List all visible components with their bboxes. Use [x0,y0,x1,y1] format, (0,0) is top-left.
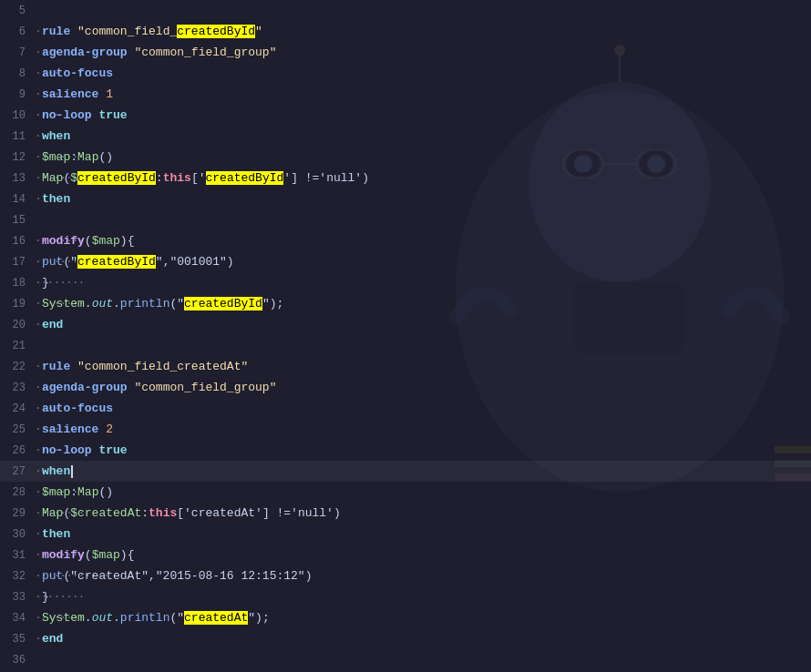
line-number-6: 6 [0,25,35,38]
line-number-18: 18 [0,277,35,290]
line-19: 19 ········ System.out.println("createdB… [0,293,811,314]
line-24: 24 ···· auto-focus [0,398,811,419]
line-number-10: 10 [0,109,35,122]
line-number-25: 25 [0,423,35,436]
line-number-27: 27 [0,465,35,478]
line-20: 20 ···· end [0,314,811,335]
line-22: 22 · rule "common_field_createdAt" [0,356,811,377]
line-number-31: 31 [0,549,35,562]
line-18: 18 ········ } [0,272,811,293]
line-number-13: 13 [0,172,35,185]
line-number-35: 35 [0,633,35,646]
line-32: 32 ············ put("createdAt","2015-08… [0,565,811,586]
line-13: 13 ········ Map($createdById:this['creat… [0,168,811,188]
line-11: 11 ···· when [0,126,811,147]
line-9: 9 ···· salience 1 [0,84,811,105]
line-30: 30 ···· then [0,524,811,545]
line-number-8: 8 [0,67,35,80]
line-number-7: 7 [0,46,35,59]
line-12: 12 ········ $map:Map() [0,147,811,168]
line-36: 36 [0,649,811,670]
line-number-28: 28 [0,486,35,499]
line-number-15: 15 [0,214,35,227]
line-5: 5 [0,0,811,21]
line-14: 14 ···· then [0,188,811,209]
line-34: 34 ········ System.out.println("createdA… [0,607,811,628]
line-number-20: 20 [0,319,35,331]
line-number-36: 36 [0,654,35,667]
line-number-30: 30 [0,528,35,541]
line-35: 35 ···· end [0,628,811,649]
line-31: 31 ········ modify($map){ [0,545,811,565]
line-number-17: 17 [0,256,35,269]
line-23: 23 ···· agenda-group "common_field_group… [0,377,811,398]
line-number-22: 22 [0,361,35,373]
line-26: 26 ···· no-loop true [0,440,811,461]
line-number-21: 21 [0,340,35,352]
line-15: 15 [0,209,811,230]
line-21: 21 [0,335,811,356]
line-33: 33 ········ } [0,586,811,607]
line-7: 7 ···· agenda-group "common_field_group" [0,42,811,63]
line-16: 16 ········ modify($map){ [0,230,811,251]
line-number-19: 19 [0,298,35,311]
line-28: 28 ········ $map:Map() [0,482,811,503]
line-number-32: 32 [0,570,35,583]
line-number-11: 11 [0,130,35,143]
line-27: 27 ···· when [0,461,811,482]
line-number-34: 34 [0,612,35,625]
line-number-26: 26 [0,444,35,457]
code-editor[interactable]: 5 6 · rule "common_field_createdById" 7 … [0,0,811,672]
line-number-33: 33 [0,591,35,604]
line-6: 6 · rule "common_field_createdById" [0,21,811,42]
line-8: 8 ···· auto-focus [0,63,811,84]
cursor [71,465,73,478]
line-17: 17 ············ put("createdById","00100… [0,251,811,272]
line-number-9: 9 [0,88,35,101]
line-number-12: 12 [0,151,35,164]
line-number-5: 5 [0,5,35,17]
line-number-23: 23 [0,382,35,394]
line-number-24: 24 [0,402,35,415]
line-number-29: 29 [0,507,35,520]
line-10: 10 ···· no-loop true [0,105,811,126]
editor-container: 5 6 · rule "common_field_createdById" 7 … [0,0,811,672]
line-number-16: 16 [0,235,35,248]
line-29: 29 ········ Map($createdAt:this['created… [0,503,811,524]
line-25: 25 ···· salience 2 [0,419,811,440]
line-number-14: 14 [0,193,35,206]
